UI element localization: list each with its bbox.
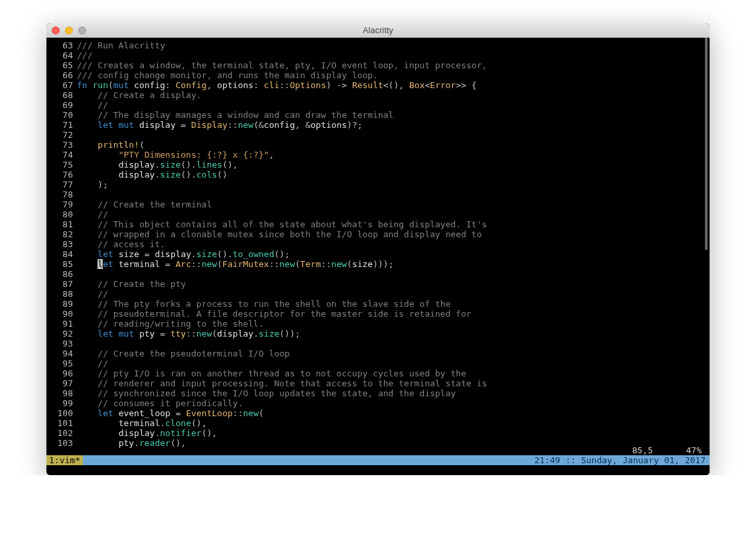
line-number: 69: [50, 100, 73, 110]
code-line: 94 // Create the pseudoterminal I/O loop: [50, 349, 710, 359]
line-number: 89: [50, 299, 73, 309]
line-number: 63: [50, 40, 73, 50]
code-line: 101 terminal.clone(),: [50, 418, 710, 428]
line-number: 91: [50, 319, 73, 329]
line-number: 76: [50, 170, 73, 180]
line-number: 101: [50, 418, 73, 428]
titlebar[interactable]: Alacritty: [46, 23, 710, 38]
line-number: 77: [50, 180, 73, 190]
code-line: 79 // Create the terminal: [50, 199, 710, 209]
code-line: 84 let size = display.size().to_owned();: [50, 249, 710, 259]
code-line: 85 let terminal = Arc::new(FairMutex::ne…: [50, 259, 710, 269]
code-line: 95 //: [50, 359, 710, 368]
code-line: 86: [50, 269, 710, 279]
vim-ruler: 85,547%: [599, 445, 702, 455]
line-number: 86: [50, 269, 73, 279]
code-line: 92 let mut pty = tty::new(display.size()…: [50, 329, 710, 339]
line-number: 68: [50, 90, 73, 100]
code-line: 64///: [50, 50, 710, 60]
code-line: 93: [50, 339, 710, 349]
code-line: 67fn run(mut config: Config, options: cl…: [50, 80, 710, 90]
line-number: 70: [50, 110, 73, 120]
ruler-position: 85,5: [632, 445, 653, 455]
line-number: 71: [50, 120, 73, 130]
code-line: 82 // wrapped in a clonable mutex since …: [50, 229, 710, 239]
status-bar: 1:vim* 21:49 :: Sunday, January 01, 2017: [46, 455, 710, 465]
line-number: 83: [50, 239, 73, 249]
code-line: 80 //: [50, 209, 710, 219]
line-number: 64: [50, 50, 73, 60]
close-icon[interactable]: [52, 27, 60, 34]
code-line: 70 // The display manages a window and c…: [50, 110, 710, 120]
code-line: 78: [50, 190, 710, 199]
line-number: 98: [50, 388, 73, 398]
code-line: 68 // Create a display.: [50, 90, 710, 100]
line-number: 84: [50, 249, 73, 259]
code-line: 81 // This object contains all of the st…: [50, 219, 710, 229]
code-line: 73 println!(: [50, 140, 710, 150]
code-line: 88 //: [50, 289, 710, 299]
line-number: 97: [50, 378, 73, 388]
code-line: 74 "PTY Dimensions: {:?} x {:?}",: [50, 150, 710, 160]
status-left: 1:vim*: [46, 455, 83, 465]
line-number: 103: [50, 438, 73, 448]
terminal-area[interactable]: 63/// Run Alacritty64///65/// Creates a …: [46, 38, 710, 475]
line-number: 88: [50, 289, 73, 299]
line-number: 66: [50, 70, 73, 80]
line-number: 85: [50, 259, 73, 269]
scrollbar-thumb[interactable]: [705, 38, 708, 250]
code-line: 98 // synchronized since the I/O loop up…: [50, 388, 710, 398]
code-line: 96 // pty I/O is ran on another thread a…: [50, 368, 710, 378]
code-line: 89 // The pty forks a process to run the…: [50, 299, 710, 309]
code-area[interactable]: 63/// Run Alacritty64///65/// Creates a …: [46, 40, 710, 448]
code-line: 99 // consumes it periodically.: [50, 398, 710, 408]
code-line: 77 );: [50, 180, 710, 190]
line-number: 87: [50, 279, 73, 289]
zoom-icon[interactable]: [78, 27, 86, 34]
minimize-icon[interactable]: [65, 27, 73, 34]
code-line: 97 // renderer and input processing. Not…: [50, 378, 710, 388]
code-line: 71 let mut display = Display::new(&confi…: [50, 120, 710, 130]
line-number: 102: [50, 428, 73, 438]
line-number: 67: [50, 80, 73, 90]
line-number: 95: [50, 359, 73, 368]
line-number: 65: [50, 60, 73, 70]
line-number: 72: [50, 130, 73, 140]
line-number: 74: [50, 150, 73, 160]
line-number: 75: [50, 160, 73, 170]
line-number: 92: [50, 329, 73, 339]
line-number: 100: [50, 408, 73, 418]
line-number: 79: [50, 199, 73, 209]
line-number: 73: [50, 140, 73, 150]
code-line: 69 //: [50, 100, 710, 110]
line-number: 80: [50, 209, 73, 219]
code-line: 72: [50, 130, 710, 140]
line-number: 93: [50, 339, 73, 349]
window-title: Alacritty: [46, 25, 710, 35]
line-number: 81: [50, 219, 73, 229]
line-number: 99: [50, 398, 73, 408]
line-number: 78: [50, 190, 73, 199]
line-number: 82: [50, 229, 73, 239]
line-number: 90: [50, 309, 73, 319]
app-window: Alacritty 63/// Run Alacritty64///65/// …: [46, 23, 710, 475]
code-line: 87 // Create the pty: [50, 279, 710, 289]
ruler-percent: 47%: [686, 445, 702, 455]
traffic-lights: [46, 27, 86, 34]
line-number: 96: [50, 368, 73, 378]
code-line: 91 // reading/writing to the shell.: [50, 319, 710, 329]
code-line: 100 let event_loop = EventLoop::new(: [50, 408, 710, 418]
code-line: 83 // access it.: [50, 239, 710, 249]
code-line: 75 display.size().lines(),: [50, 160, 710, 170]
bottom-pad: [46, 465, 710, 475]
status-right: 21:49 :: Sunday, January 01, 2017: [535, 455, 706, 465]
code-line: 66/// config change monitor, and runs th…: [50, 70, 710, 80]
code-line: 90 // pseudoterminal. A file descriptor …: [50, 309, 710, 319]
code-line: 76 display.size().cols(): [50, 170, 710, 180]
code-line: 102 display.notifier(),: [50, 428, 710, 438]
code-line: 63/// Run Alacritty: [50, 40, 710, 50]
line-number: 94: [50, 349, 73, 359]
code-line: 65/// Creates a window, the terminal sta…: [50, 60, 710, 70]
